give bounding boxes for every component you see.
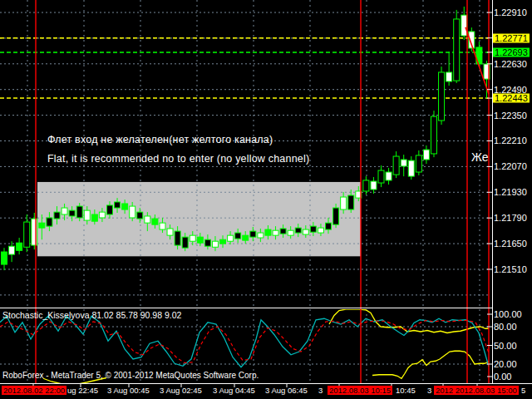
candle-body [318, 228, 323, 233]
time-axis-label: 3 [318, 386, 323, 395]
mt5-chart-window: Флет вход не желателен(нет желтого канал… [0, 0, 532, 399]
candle-body [17, 243, 22, 250]
candle-body [76, 206, 82, 218]
candle-body [416, 155, 421, 172]
candle-body [130, 206, 135, 218]
time-axis-label: 3 Aug 02:45 [160, 386, 202, 395]
candle [2, 248, 7, 270]
time-axis-label: 3 Aug 06:45 [265, 386, 308, 395]
candle-body [265, 229, 271, 235]
candle-body [258, 233, 264, 238]
price-axis-label: 1.22210 [494, 136, 527, 145]
candle-body [182, 237, 188, 248]
time-axis-date-badge: 2012.08.02 22:00 [2, 386, 66, 395]
candle-body [288, 230, 293, 235]
chart-comment-russian: Флет вход не желателен(нет желтого канал… [47, 134, 273, 145]
price-axis-badge: 1.22693 [493, 47, 530, 57]
candle [24, 214, 30, 252]
candle-body [99, 212, 105, 218]
candle [408, 156, 414, 180]
candle [32, 213, 37, 249]
indicator-axis-label: 50.00 [494, 341, 517, 350]
candle [393, 151, 399, 178]
indicator-axis-label: 80.00 [494, 323, 517, 332]
candle-body [84, 210, 90, 220]
candle [431, 111, 436, 157]
candle-body [250, 231, 256, 237]
candle-body [280, 229, 286, 234]
candle-body [371, 181, 377, 190]
candle-body [212, 241, 218, 247]
candle [454, 10, 460, 83]
candle-body [446, 72, 452, 81]
candle-body [32, 219, 37, 245]
time-axis-date-badge: 2012.08.03 10:15 [328, 386, 392, 395]
candle-body [54, 212, 60, 219]
chart-comment-english: Flat, it is recommended no to enter (no … [47, 153, 309, 165]
candle-body [62, 208, 67, 214]
time-axis-label: ug 22:45 [67, 386, 98, 395]
yellow-lower-band-line [372, 351, 489, 378]
candle-body [461, 15, 467, 36]
time-axis-label: 5 [521, 386, 525, 395]
indicator-axis-label: 20.00 [494, 360, 517, 369]
candle-body [431, 116, 436, 154]
chart-canvas[interactable] [0, 0, 532, 399]
stochastic-signal-line [0, 321, 489, 363]
candle [461, 7, 467, 40]
candle-body [175, 231, 180, 245]
candle-body [386, 172, 392, 180]
candle [439, 66, 445, 125]
candle-body [423, 150, 429, 160]
price-axis-label: 1.21790 [494, 214, 527, 223]
candle-body [145, 216, 150, 223]
candle-body [197, 237, 203, 243]
candle-body [167, 229, 173, 235]
candle [423, 145, 429, 164]
time-axis-label: 3 Aug 04:45 [213, 386, 255, 395]
candle-body [378, 170, 384, 183]
candle-body [439, 72, 445, 121]
candle [386, 168, 392, 185]
candle [371, 177, 377, 194]
candle-body [190, 235, 195, 241]
candle-body [235, 233, 241, 239]
candle-body [106, 205, 112, 214]
candle-body [24, 222, 30, 247]
red-trend-segment [466, 27, 489, 95]
clipped-text-label: Же [471, 150, 489, 164]
price-axis-label: 1.22350 [494, 111, 527, 120]
time-axis-label: 3 [427, 386, 431, 395]
candle-body [122, 204, 128, 209]
candle-body [228, 235, 234, 241]
price-axis-label: 1.22910 [494, 8, 527, 17]
indicator-axis-label: 0.00 [494, 372, 511, 382]
candle-body [204, 239, 210, 246]
candle-body [39, 223, 45, 228]
candle-body [273, 230, 278, 235]
candle-body [47, 218, 52, 226]
candle [446, 52, 452, 86]
candle-body [408, 160, 414, 176]
candle-body [91, 214, 97, 221]
candle-body [341, 197, 347, 209]
candle [363, 176, 369, 195]
candle-body [454, 19, 460, 81]
candle-body [69, 210, 75, 216]
candle [17, 238, 22, 254]
candle-body [348, 195, 354, 209]
price-axis-label: 1.22630 [494, 59, 527, 68]
candle-body [160, 223, 165, 229]
candle-body [2, 252, 7, 264]
price-axis-label: 1.21510 [494, 264, 527, 273]
stochastic-main-line [0, 316, 489, 367]
price-axis-badge: 1.22771 [493, 33, 530, 42]
time-axis-label: 10:45 [396, 386, 416, 395]
price-axis-label: 1.21930 [494, 188, 527, 197]
candle-body [310, 226, 316, 232]
price-axis-badge: 1.22443 [493, 94, 530, 103]
candle-body [363, 180, 369, 191]
indicator-title: Stochastic_Kisselyova 81.02 85.78 90.98 … [2, 310, 181, 320]
price-axis-label: 1.21650 [494, 239, 527, 249]
candle [416, 150, 421, 175]
